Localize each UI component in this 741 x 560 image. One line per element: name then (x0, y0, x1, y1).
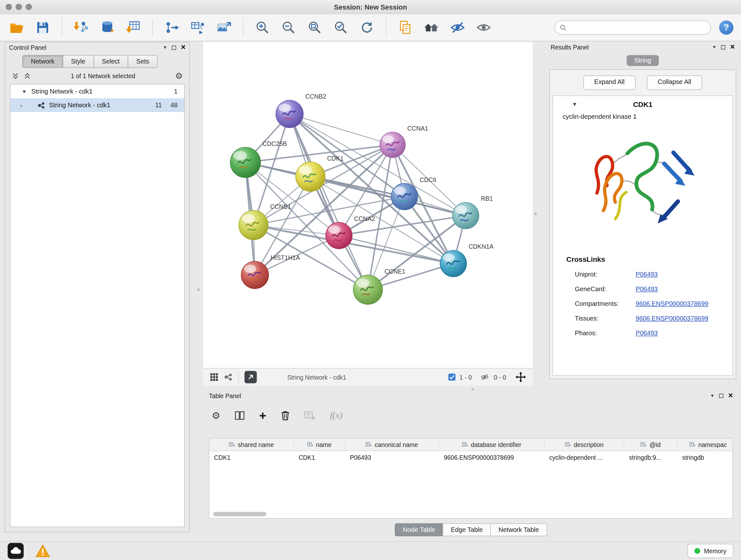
memory-button[interactable]: Memory (687, 544, 733, 558)
network-view-icon[interactable] (224, 373, 232, 381)
column-header-database-identifier[interactable]: database identifier (439, 438, 544, 451)
cloud-icon[interactable] (8, 543, 24, 559)
pan-crosshair-icon[interactable] (515, 372, 526, 382)
crosslink-value-link[interactable]: P06493 (636, 286, 658, 293)
hidden-eye-slash-icon[interactable] (479, 373, 490, 381)
panel-close-icon[interactable]: × (730, 44, 735, 51)
expand-all-icon[interactable] (23, 72, 30, 79)
zoom-selected-button[interactable] (332, 18, 350, 37)
panel-close-icon[interactable]: × (181, 44, 186, 51)
column-header-namespac[interactable]: namespac (677, 438, 733, 451)
tab-style[interactable]: Style (63, 55, 94, 68)
protein-disclosure-icon[interactable]: ▼ (572, 101, 577, 107)
column-header-description[interactable]: description (544, 438, 624, 451)
new-network-from-table-button[interactable] (189, 18, 207, 37)
network-icon (38, 102, 45, 109)
tab-node-table[interactable]: Node Table (395, 523, 443, 536)
vertical-splitter-handle[interactable] (197, 288, 200, 291)
column-header--id[interactable]: @id (624, 438, 677, 451)
node-RB1[interactable]: RB1 (453, 195, 493, 229)
crosslink-value-link[interactable]: 9606.ENSP00000378699 (636, 315, 709, 322)
crosslink-label: Uniprot: (575, 271, 635, 278)
tab-network[interactable]: Network (22, 55, 63, 68)
refresh-view-button[interactable] (358, 18, 376, 37)
column-header-canonical-name[interactable]: canonical name (345, 438, 439, 451)
import-network-button[interactable] (72, 18, 90, 37)
network-options-gear-icon[interactable]: ⚙ (175, 72, 183, 80)
table-cell: P06493 (345, 451, 439, 463)
edge-CCNB2-CCNA1[interactable] (289, 114, 393, 145)
results-panel-title: Results Panel (551, 44, 589, 51)
copy-button[interactable] (396, 18, 414, 37)
warning-icon[interactable] (35, 544, 51, 558)
panel-float-icon[interactable] (721, 45, 725, 49)
node-CCNB1[interactable]: CCNB1 (239, 203, 291, 240)
node-HIST1H1A[interactable]: HIST1H1A (241, 254, 300, 289)
selected-checkbox-icon[interactable] (448, 373, 456, 381)
tab-edge-table[interactable]: Edge Table (443, 523, 491, 536)
zoom-fit-button[interactable] (306, 18, 324, 37)
import-table-button[interactable] (125, 18, 143, 37)
node-CDKN1A[interactable]: CDKN1A (440, 243, 494, 277)
search-input[interactable] (569, 23, 706, 32)
zoom-in-button[interactable] (253, 18, 272, 37)
panel-float-icon[interactable] (172, 45, 176, 50)
panel-menu-icon[interactable]: ▼ (712, 45, 716, 50)
expand-all-button[interactable]: Expand All (583, 76, 635, 90)
zoom-out-button[interactable] (280, 18, 298, 37)
grid-view-icon[interactable] (210, 373, 218, 381)
node-CCNA1[interactable]: CCNA1 (380, 125, 428, 158)
column-header-name[interactable]: name (294, 438, 345, 451)
home-button[interactable] (422, 18, 441, 37)
save-session-button[interactable] (34, 18, 52, 37)
vertical-splitter-handle[interactable] (534, 212, 537, 215)
crosslink-value-link[interactable]: P06493 (636, 271, 658, 278)
column-type-icon (307, 442, 313, 447)
node-label-HIST1H1A: HIST1H1A (271, 254, 300, 261)
search-field[interactable] (554, 20, 711, 35)
home-icon (423, 19, 440, 36)
tab-select[interactable]: Select (93, 55, 128, 68)
column-header-shared-name[interactable]: shared name (209, 438, 294, 451)
edge-CCNB2-CCNE1[interactable] (289, 114, 367, 290)
import-network-from-database-button[interactable] (98, 18, 117, 37)
open-session-button[interactable] (8, 18, 26, 37)
node-CDK1[interactable]: CDK1 (296, 155, 344, 192)
network-collection-row[interactable]: ▼ String Network - cdk1 1 (10, 84, 184, 98)
memory-status-dot (694, 548, 700, 554)
table-options-gear-icon[interactable]: ⚙ (212, 411, 220, 420)
panel-menu-icon[interactable]: ▼ (711, 393, 715, 398)
delete-column-trash-icon[interactable] (280, 410, 290, 421)
crosslink-value-link[interactable]: 9606.ENSP00000378699 (636, 300, 709, 307)
new-network-from-selection-button[interactable] (163, 18, 181, 37)
table-row[interactable]: CDK1CDK1P064939606.ENSP00000378699cyclin… (209, 451, 732, 463)
table-cell: CDK1 (209, 451, 294, 463)
help-button[interactable]: ? (719, 20, 734, 35)
network-row-selected[interactable]: ● String Network - cdk1 11 48 (10, 98, 184, 112)
network-canvas[interactable]: CCNB2CCNA1CDC25BCDK1CDC6RB1CCNB1CCNA2CDK… (203, 42, 533, 368)
tab-network-table[interactable]: Network Table (490, 523, 547, 536)
table-horizontal-scrollbar[interactable] (213, 512, 266, 516)
panel-menu-icon[interactable]: ▼ (163, 45, 167, 50)
node-CDC6[interactable]: CDC6 (391, 177, 436, 210)
panel-close-icon[interactable]: × (728, 392, 733, 399)
zoom-in-icon (255, 20, 270, 35)
collapse-all-button[interactable]: Collapse All (647, 76, 702, 90)
hide-selected-button[interactable] (449, 18, 467, 37)
tab-sets[interactable]: Sets (128, 55, 158, 68)
show-all-button[interactable] (475, 18, 493, 37)
crosslink-value-link[interactable]: P06493 (636, 329, 658, 336)
panel-float-icon[interactable] (719, 393, 724, 397)
tree-disclosure-icon[interactable]: ▼ (22, 89, 26, 94)
window-title: Session: New Session (0, 0, 741, 14)
protein-description: cyclin-dependent kinase 1 (553, 113, 732, 120)
show-columns-icon[interactable] (234, 410, 245, 421)
export-image-button[interactable] (215, 18, 233, 37)
open-in-new-window-button[interactable] (245, 371, 257, 383)
help-glyph: ? (724, 22, 729, 33)
collapse-all-icon[interactable] (12, 72, 19, 79)
crosslinks-list: Uniprot:P06493GeneCard:P06493Compartment… (553, 267, 732, 341)
node-table[interactable]: shared namenamecanonical namedatabase id… (209, 438, 733, 518)
add-column-icon[interactable]: + (259, 410, 266, 421)
tab-string[interactable]: String (627, 55, 659, 66)
